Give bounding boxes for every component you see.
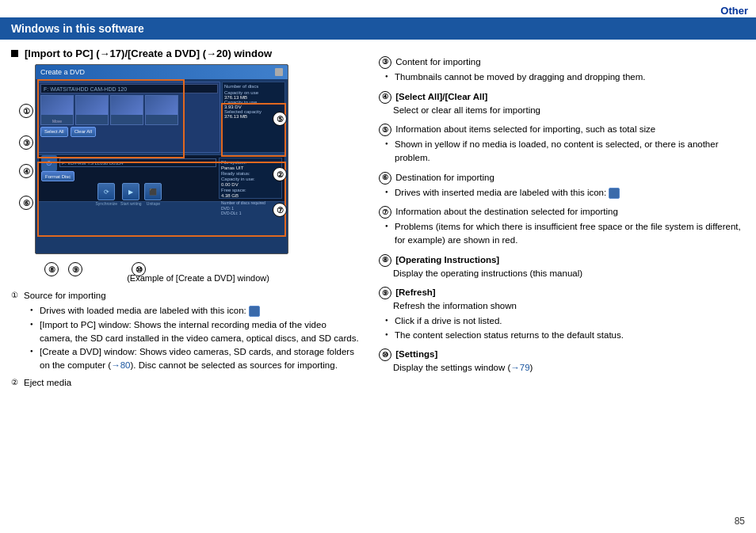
right-item-6: ⑥ Destination for importing Drives with … (379, 171, 745, 200)
callout-1: ① (19, 104, 33, 118)
dvd-screenshot: Create a DVD F: \MATSITA\HDD CAM-HDD 120 (35, 64, 288, 254)
right-item-7: ⑦ Information about the destination sele… (379, 205, 745, 246)
dvd-synchronize-btn[interactable]: ⟳ Synchronize (96, 183, 118, 206)
dvd-ready-label: Ready status: (221, 171, 280, 176)
callout-2: ② (273, 167, 287, 181)
desc-item-1: ① Source for importing Drives with loade… (11, 289, 361, 372)
dvd-disc-count: Number of discs requiredDVD: 1DVD-DLt: 1 (221, 200, 280, 216)
right-column: ③ Content for importing Thumbnails canno… (372, 40, 756, 533)
dvd-clear-all-btn[interactable]: Clear All (71, 127, 96, 137)
dvd-synchronize-label: Synchronize (96, 201, 118, 206)
refresh-label: [Refresh] (395, 287, 435, 297)
page-number: 85 (735, 516, 745, 527)
dvd-capacity3-val: 0.00 DV (221, 182, 280, 187)
right-item-3: ③ Content for importing Thumbnails canno… (379, 55, 745, 84)
header-title: Windows in this software (11, 22, 144, 35)
dvd-action-row: ⟳ Synchronize ▶ Start writing ⬛ (41, 183, 216, 206)
right-item-9: ⑨ [Refresh] Refresh the information show… (379, 286, 745, 341)
bullet-1-2: [Import to PC] window: Shows the interna… (30, 318, 361, 345)
dvd-start-writing-btn[interactable]: ▶ Start writing (120, 183, 141, 206)
desc-text-2: Eject media (24, 378, 71, 387)
desc-text-1: Source for importing (24, 291, 106, 300)
right-bullets-3: Thumbnails cannot be moved by dragging a… (379, 70, 745, 84)
dvd-titlebar: Create a DVD (36, 65, 288, 79)
dvd-thumb-4 (145, 95, 178, 125)
bullet-1-3: [Create a DVD] window: Shows video camer… (30, 345, 361, 371)
dvd-synchronize-icon: ⟳ (97, 183, 115, 200)
callout-4: ④ (19, 164, 33, 178)
screenshot-container: Create a DVD F: \MATSITA\HDD CAM-HDD 120 (11, 64, 361, 270)
right-bullets-6: Drives with inserted media are labeled w… (379, 186, 745, 200)
drive-icon-1 (249, 306, 260, 317)
dvd-buttons-row: Select All Clear All (40, 125, 218, 138)
desc-bullets-1: Drives with loaded media are labeled wit… (24, 304, 361, 371)
caption: (Example of [Create a DVD] window) (35, 273, 361, 283)
dvd-path-bar: F: \MATSITA\HDD CAM-HDD 120 (40, 84, 218, 93)
bullet-1-1: Drives with loaded media are labeled wit… (30, 304, 361, 318)
section-heading-text: [Import to PC] (→17)/[Create a DVD] (→20… (25, 48, 272, 59)
circle-6: ⑥ (379, 172, 391, 185)
dvd-unitape-label: Unitape (147, 201, 160, 206)
circle-8: ⑧ (379, 254, 391, 267)
left-desc-list: ① Source for importing Drives with loade… (11, 289, 361, 390)
dvd-top-row: F: \MATSITA\HDD CAM-HDD 120 Move (38, 82, 285, 153)
circle-5: ⑤ (379, 124, 391, 136)
dvd-capacity3-label: Capacity in use: (221, 177, 280, 181)
main-content: [Import to PC] (→17)/[Create a DVD] (→20… (0, 40, 756, 533)
dvd-path-text: F: \MATSITA\HDD CAM-HDD 120 (44, 86, 127, 92)
dvd-free-label: Free space: (221, 188, 280, 192)
dvd-thumb-3 (110, 95, 143, 125)
dvd-format-btn[interactable]: Format Disc (41, 171, 74, 181)
desc-num-1: ① (11, 289, 18, 301)
dvd-start-writing-icon: ▶ (122, 183, 139, 200)
other-label: Other (720, 5, 748, 17)
dvd-close-btn[interactable] (275, 68, 283, 76)
op-instructions-label: [Operating Instructions] (395, 255, 499, 265)
right-text-8: Display the operating instructions (this… (379, 268, 582, 278)
dvd-free-val: 4.38 GB (221, 193, 280, 198)
dvd-unitape-icon: ⬛ (144, 183, 162, 200)
callout-7: ⑦ (273, 203, 287, 217)
dvd-unitape-btn[interactable]: ⬛ Unitape (144, 183, 162, 206)
black-square-icon (11, 50, 18, 57)
callout-5: ⑤ (273, 112, 287, 126)
right-bullets-5: Shown in yellow if no media is loaded, n… (379, 138, 745, 164)
dvd-titlebar-text: Create a DVD (40, 68, 85, 76)
right-bullet-3-1: Thumbnails cannot be moved by dragging a… (385, 70, 745, 84)
dvd-bottom-panel: ⊙ F: VD+-RW TS LL630 D8354 Format Disc (38, 154, 285, 202)
dvd-format-row: Format Disc (41, 171, 216, 181)
callout-8: ⑧ (44, 262, 59, 276)
dvd-filesys-val: Panas UIT (221, 166, 280, 170)
desc-num-2: ② (11, 376, 18, 388)
dvd-dest-combo[interactable]: F: VD+-RW TS LL630 D8354 (59, 158, 216, 167)
desc-item-2: ② Eject media (11, 376, 361, 390)
section-heading: [Import to PC] (→17)/[Create a DVD] (→20… (11, 48, 361, 59)
dvd-thumb-2 (75, 95, 109, 125)
dvd-thumb-row: Move (40, 95, 218, 125)
right-bullets-9: Click if a drive is not listed. The cont… (379, 314, 745, 341)
dvd-dest-text: F: VD+-RW TS LL630 D8354 (62, 161, 124, 166)
right-bullet-9-1: Click if a drive is not listed. (385, 314, 745, 328)
dvd-select-all-btn[interactable]: Select All (40, 127, 68, 137)
settings-label: [Settings] (395, 349, 437, 359)
right-item-10: ⑩ [Settings] Display the settings window… (379, 348, 745, 375)
dvd-body: F: \MATSITA\HDD CAM-HDD 120 Move (36, 79, 288, 253)
dvd-dest-info-panel: File system: Panas UIT Ready status: Cap… (219, 158, 282, 199)
right-text-9a: Refresh the information shown (379, 301, 517, 310)
header-bar: Windows in this software (0, 17, 756, 40)
link-79: →79 (510, 363, 529, 372)
callout-9: ⑨ (68, 262, 82, 276)
circle-9: ⑨ (379, 287, 391, 299)
callout-6: ⑥ (19, 196, 33, 210)
dvd-start-writing-label: Start writing (120, 201, 141, 206)
dvd-thumb-1: Move (40, 95, 74, 125)
dvd-dest-row: ⊙ F: VD+-RW TS LL630 D8354 (41, 158, 216, 168)
circle-4: ④ (379, 91, 391, 104)
dvd-source-panel: F: \MATSITA\HDD CAM-HDD 120 Move (38, 82, 220, 153)
right-text-10: Display the settings window (→79) (379, 363, 533, 372)
callout-3: ③ (19, 135, 33, 150)
dvd-filesys-label: File system: (221, 160, 280, 165)
right-item-4: ④ [Select All]/[Clear All] Select or cle… (379, 90, 745, 117)
circle-7: ⑦ (379, 206, 391, 219)
dvd-thumb-1-label: Move (41, 119, 73, 124)
